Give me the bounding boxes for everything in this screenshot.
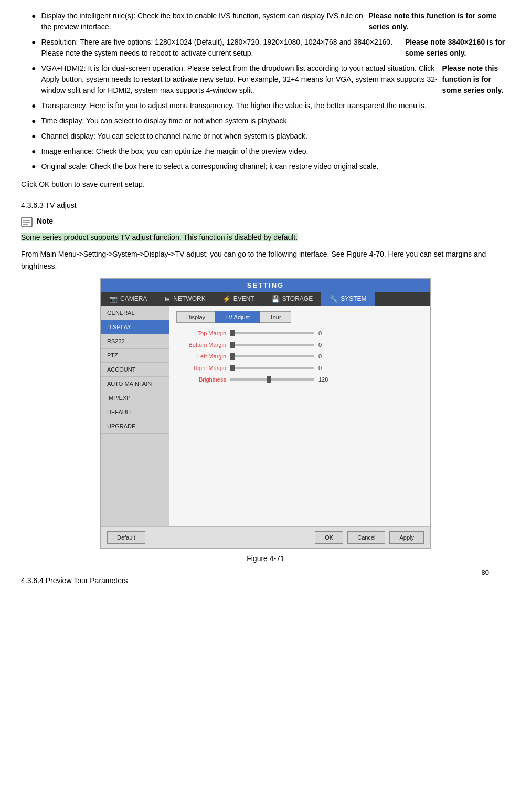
sidebar-item-display[interactable]: DISPLAY <box>101 320 169 334</box>
slider-row-right-margin: Right Margin0 <box>176 365 423 371</box>
ui-content: GENERALDISPLAYRS232PTZACCOUNTAUTO MAINTA… <box>101 306 430 526</box>
slider-row-brightness: Brightness128 <box>176 376 423 383</box>
ui-titlebar: SETTING <box>101 279 430 292</box>
topnav-item-network[interactable]: 🖥NETWORK <box>155 292 214 306</box>
bullet-item: Original scale: Check the box here to se… <box>31 161 510 172</box>
topnav-icon: 🔧 <box>330 295 338 303</box>
sidebar-item-default[interactable]: DEFAULT <box>101 405 169 419</box>
slider-track[interactable] <box>230 344 314 346</box>
slider-label: Brightness <box>176 376 226 383</box>
page-number: 80 <box>482 568 489 576</box>
bullet-item: Resolution: There are five options: 1280… <box>31 37 510 59</box>
slider-row-top-margin: Top Margin0 <box>176 330 423 336</box>
note-label: Note <box>37 217 53 225</box>
slider-track[interactable] <box>230 355 314 357</box>
slider-value: 0 <box>318 342 334 348</box>
ui-topnav: 📷CAMERA🖥NETWORK⚡EVENT💾STORAGE🔧SYSTEM <box>101 292 430 306</box>
ok-button[interactable]: OK <box>315 531 343 544</box>
subtab-display[interactable]: Display <box>176 311 215 323</box>
click-ok-text: Click OK button to save current setup. <box>21 178 510 190</box>
bullet-list: Display the intelligent rule(s): Check t… <box>31 10 510 172</box>
last-section-heading: 4.3.6.4 Preview Tour Parameters <box>21 575 510 586</box>
svg-rect-0 <box>22 217 32 227</box>
sidebar-item-imp/exp[interactable]: IMP/EXP <box>101 391 169 405</box>
topnav-item-event[interactable]: ⚡EVENT <box>214 292 263 306</box>
ui-screenshot: SETTING 📷CAMERA🖥NETWORK⚡EVENT💾STORAGE🔧SY… <box>100 278 431 549</box>
topnav-icon: ⚡ <box>222 295 231 303</box>
slider-label: Top Margin <box>176 330 226 336</box>
figure-caption: Figure 4-71 <box>21 553 510 564</box>
topnav-label: CAMERA <box>120 295 147 302</box>
topnav-icon: 🖥 <box>164 295 171 303</box>
from-text: From Main Menu->Setting->System->Display… <box>21 248 510 272</box>
bullet-item: Time display: You can select to display … <box>31 115 510 126</box>
bullet-bold: Please note this function is for some se… <box>442 63 510 96</box>
note-text: Some series product supports TV adjust f… <box>21 231 510 243</box>
sidebar-item-ptz[interactable]: PTZ <box>101 349 169 363</box>
slider-thumb <box>267 376 271 383</box>
bullet-bold: Please note this function is for some se… <box>368 10 510 33</box>
slider-row-bottom-margin: Bottom Margin0 <box>176 342 423 348</box>
slider-label: Right Margin <box>176 365 226 371</box>
slider-value: 0 <box>318 330 334 336</box>
slider-track[interactable] <box>230 332 314 334</box>
ui-subtabs: DisplayTV AdjustTour <box>176 311 423 323</box>
bullet-item: Display the intelligent rule(s): Check t… <box>31 10 510 33</box>
slider-thumb <box>230 365 235 371</box>
slider-row-left-margin: Left Margin0 <box>176 353 423 360</box>
slider-track[interactable] <box>230 367 314 369</box>
default-button[interactable]: Default <box>107 531 145 544</box>
sidebar-item-auto-maintain[interactable]: AUTO MAINTAIN <box>101 377 169 391</box>
slider-track[interactable] <box>230 378 314 381</box>
sidebar-item-upgrade[interactable]: UPGRADE <box>101 419 169 434</box>
topnav-label: EVENT <box>233 295 254 302</box>
section-heading: 4.3.6.3 TV adjust <box>21 199 510 211</box>
ui-main: DisplayTV AdjustTour Top Margin0Bottom M… <box>169 306 430 526</box>
note-icon <box>21 217 33 227</box>
subtab-tv-adjust[interactable]: TV Adjust <box>215 311 260 323</box>
bullet-item: Channel display: You can select to chann… <box>31 131 510 142</box>
ui-sidebar: GENERALDISPLAYRS232PTZACCOUNTAUTO MAINTA… <box>101 306 169 526</box>
footer-left: Default <box>107 531 145 544</box>
topnav-label: STORAGE <box>282 295 313 302</box>
bullet-item: VGA+HDMI2: It is for dual-screen operati… <box>31 63 510 96</box>
slider-label: Left Margin <box>176 353 226 360</box>
sidebar-item-rs232[interactable]: RS232 <box>101 334 169 349</box>
slider-thumb <box>230 330 235 336</box>
topnav-label: NETWORK <box>173 295 205 302</box>
cancel-button[interactable]: Cancel <box>347 531 385 544</box>
topnav-item-system[interactable]: 🔧SYSTEM <box>321 292 375 306</box>
note-box: Note <box>21 217 510 227</box>
slider-value: 0 <box>318 353 334 360</box>
sidebar-item-general[interactable]: GENERAL <box>101 306 169 320</box>
topnav-item-storage[interactable]: 💾STORAGE <box>263 292 321 306</box>
topnav-icon: 💾 <box>271 295 280 303</box>
note-highlight: Some series product supports TV adjust f… <box>21 233 298 241</box>
bullet-item: Image enhance: Check the box; you can op… <box>31 146 510 157</box>
bullet-item: Transparency: Here is for you to adjust … <box>31 100 510 111</box>
subtab-tour[interactable]: Tour <box>260 311 291 323</box>
ui-footer: Default OK Cancel Apply <box>101 526 430 548</box>
slider-thumb <box>230 342 235 348</box>
slider-rows: Top Margin0Bottom Margin0Left Margin0Rig… <box>176 330 423 383</box>
slider-thumb <box>230 353 235 360</box>
slider-value: 0 <box>318 365 334 371</box>
sidebar-item-account[interactable]: ACCOUNT <box>101 363 169 377</box>
apply-button[interactable]: Apply <box>389 531 424 544</box>
slider-label: Bottom Margin <box>176 342 226 348</box>
slider-value: 128 <box>318 376 334 383</box>
topnav-item-camera[interactable]: 📷CAMERA <box>101 292 155 306</box>
topnav-icon: 📷 <box>109 295 118 303</box>
bullet-bold: Please note 3840×2160 is for some series… <box>405 37 510 59</box>
topnav-label: SYSTEM <box>341 295 366 302</box>
